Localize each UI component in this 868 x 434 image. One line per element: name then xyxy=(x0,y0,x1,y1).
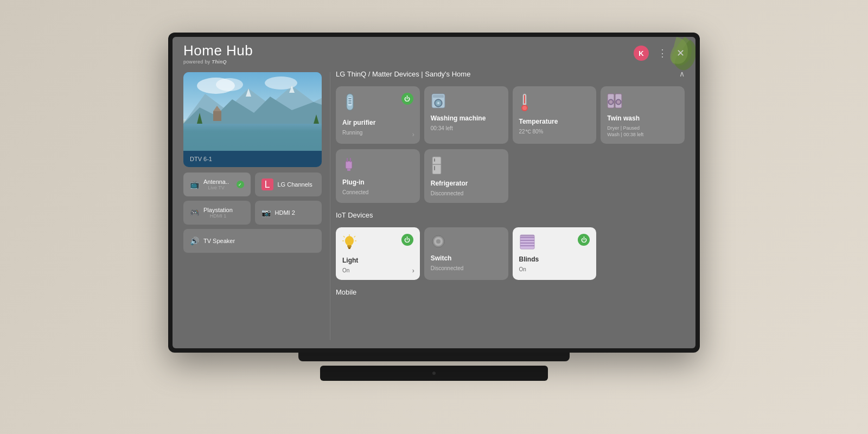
svg-point-40 xyxy=(345,236,354,246)
iot-card-switch[interactable]: Switch Disconnected xyxy=(424,227,508,280)
app-title: Home Hub xyxy=(183,42,253,59)
source-hdmi2-button[interactable]: 📷 HDMI 2 xyxy=(255,201,322,225)
svg-rect-35 xyxy=(347,169,350,171)
svg-rect-0 xyxy=(183,124,322,151)
air-purifier-arrow: › xyxy=(412,131,414,138)
air-purifier-icon xyxy=(342,93,358,116)
soundbar xyxy=(320,366,548,381)
playstation-icon: 🎮 xyxy=(190,208,199,217)
plugin-name: Plug-in xyxy=(342,178,413,186)
twin-wash-icon xyxy=(607,93,622,111)
svg-rect-36 xyxy=(432,157,441,174)
device-card-temperature[interactable]: Temperature 22℃ 80% xyxy=(513,86,597,144)
playstation-text: Playstation HDMI 1 xyxy=(203,207,233,219)
svg-rect-32 xyxy=(346,161,352,169)
right-panel: LG ThinQ / Matter Devices | Sandy's Home… xyxy=(330,37,695,348)
soundbar-indicator xyxy=(432,372,436,375)
svg-rect-18 xyxy=(433,95,444,98)
svg-point-28 xyxy=(609,100,612,104)
svg-point-31 xyxy=(617,100,620,104)
svg-point-51 xyxy=(436,239,441,244)
svg-point-21 xyxy=(437,102,439,104)
refrigerator-name: Refrigerator xyxy=(431,180,502,187)
thinq-section-title: LG ThinQ / Matter Devices | Sandy's Home xyxy=(336,70,470,78)
antenna-check: ✓ xyxy=(237,181,244,188)
light-name: Light xyxy=(342,257,413,264)
iot-section-header: IoT Devices xyxy=(336,208,685,222)
light-power[interactable]: ⏻ xyxy=(401,234,413,246)
light-icon xyxy=(342,234,356,253)
device-card-plugin[interactable]: Plug-in Connected xyxy=(336,149,420,203)
source-antenna-button[interactable]: 📺 Antenna.. Live TV ✓ xyxy=(183,173,251,196)
refrigerator-icon xyxy=(431,156,443,176)
twin-wash-dryer: Dryer | Paused xyxy=(607,125,678,131)
twin-wash-name: Twin wash xyxy=(607,114,678,122)
mountain-scene xyxy=(183,72,322,151)
source-row-2: 🎮 Playstation HDMI 1 📷 HDMI 2 xyxy=(183,201,322,225)
tv-stand xyxy=(298,352,570,361)
svg-rect-57 xyxy=(520,235,534,237)
plugin-status: Connected xyxy=(342,189,413,195)
svg-rect-38 xyxy=(434,158,435,162)
hdmi2-text: HDMI 2 xyxy=(275,209,295,216)
source-playstation-button[interactable]: 🎮 Playstation HDMI 1 xyxy=(183,201,251,225)
switch-header xyxy=(431,234,502,251)
antenna-text: Antenna.. Live TV xyxy=(203,178,229,190)
source-tvspeaker-button[interactable]: 🔊 TV Speaker xyxy=(183,229,322,253)
tv-screen: Home Hub powered by ThinQ K ⋮ ✕ xyxy=(173,37,695,348)
washing-machine-icon xyxy=(431,93,446,111)
svg-rect-5 xyxy=(213,111,221,121)
air-purifier-name: Air purifier xyxy=(342,119,413,126)
source-row-1: 📺 Antenna.. Live TV ✓ L LG Channels xyxy=(183,173,322,196)
blinds-header: ⏻ xyxy=(519,234,590,252)
blinds-power[interactable]: ⏻ xyxy=(578,234,590,246)
air-purifier-power[interactable]: ⏻ xyxy=(401,93,413,105)
left-panel: DTV 6-1 📺 Antenna.. Live TV ✓ xyxy=(173,37,330,348)
dtv-text: DTV 6-1 xyxy=(190,156,212,162)
tvspeaker-name: TV Speaker xyxy=(203,238,235,244)
iot-devices-grid: ⏻ Light On › xyxy=(336,227,685,280)
more-menu-button[interactable]: ⋮ xyxy=(658,47,668,59)
svg-rect-23 xyxy=(524,95,525,104)
device-card-air-purifier[interactable]: ⏻ Air purifier Running › xyxy=(336,86,420,144)
playstation-sub: HDMI 1 xyxy=(203,213,233,219)
air-purifier-header: ⏻ xyxy=(342,93,413,116)
twin-wash-status: Dryer | Paused Wash | 00:38 left xyxy=(607,125,678,137)
device-card-refrigerator[interactable]: Refrigerator Disconnected xyxy=(424,149,508,203)
switch-icon xyxy=(431,234,446,251)
plugin-icon xyxy=(342,156,355,175)
svg-rect-52 xyxy=(520,235,534,249)
light-arrow: › xyxy=(412,267,414,275)
thinq-devices-grid-row1: ⏻ Air purifier Running › xyxy=(336,86,685,144)
lgchannels-name: LG Channels xyxy=(278,181,312,188)
tv-preview-card[interactable]: DTV 6-1 xyxy=(183,72,322,167)
svg-rect-43 xyxy=(348,248,350,249)
light-status: On xyxy=(342,267,413,273)
temperature-icon xyxy=(519,93,530,114)
temperature-header xyxy=(519,93,590,114)
switch-name: Switch xyxy=(431,254,502,262)
svg-line-45 xyxy=(343,236,345,238)
twin-wash-wash: Wash | 00:38 left xyxy=(607,132,678,137)
refrigerator-status: Disconnected xyxy=(431,190,502,196)
source-lgchannels-button[interactable]: L LG Channels xyxy=(255,173,322,196)
washing-machine-status: 00:34 left xyxy=(431,125,502,131)
tvspeaker-icon: 🔊 xyxy=(190,237,199,245)
svg-rect-33 xyxy=(347,158,348,162)
app-title-container: Home Hub powered by ThinQ xyxy=(183,42,253,65)
iot-card-blinds[interactable]: ⏻ Blinds On xyxy=(513,227,597,280)
svg-line-46 xyxy=(354,236,356,238)
antenna-icon: 📺 xyxy=(190,180,199,189)
svg-rect-16 xyxy=(348,103,352,104)
iot-card-light[interactable]: ⏻ Light On › xyxy=(336,227,420,280)
header-controls: K ⋮ ✕ xyxy=(634,46,685,61)
blinds-icon xyxy=(519,234,535,252)
close-button[interactable]: ✕ xyxy=(676,47,685,59)
device-card-twin-wash[interactable]: Twin wash Dryer | Paused Wash | 00:38 le… xyxy=(601,86,685,144)
svg-rect-15 xyxy=(348,100,352,101)
user-avatar[interactable]: K xyxy=(634,46,649,61)
mobile-section-header: Mobile xyxy=(336,285,685,299)
tv-channel-label: DTV 6-1 xyxy=(183,151,322,167)
thinq-collapse-button[interactable]: ∧ xyxy=(679,69,685,78)
device-card-washing-machine[interactable]: Washing machine 00:34 left xyxy=(424,86,508,144)
